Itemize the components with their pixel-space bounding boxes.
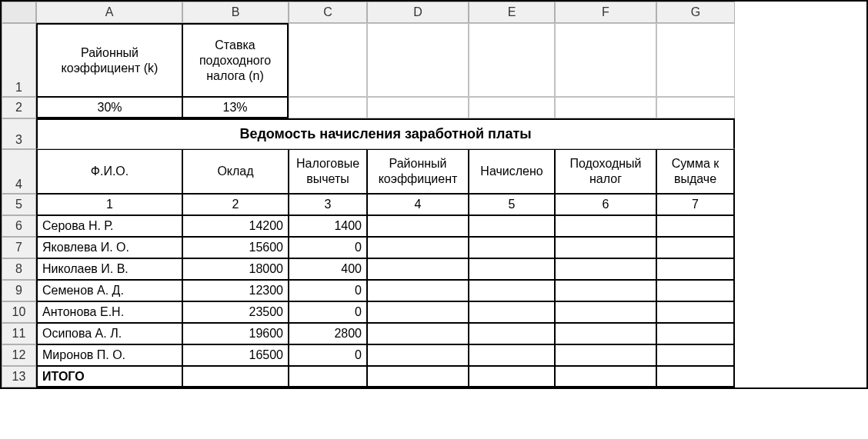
row-header-13[interactable]: 13 [2,366,36,387]
row-header-5[interactable]: 5 [2,194,36,215]
colnum-6[interactable]: 6 [555,194,656,215]
cell-C8[interactable]: 400 [289,258,367,280]
header-vychety[interactable]: Налоговые вычеты [289,149,367,194]
cell-E12[interactable] [469,344,555,366]
cell-A1[interactable]: Районный коэффициент (k) [36,23,182,97]
cell-G10[interactable] [656,301,735,323]
row-header-10[interactable]: 10 [2,301,36,323]
row-header-7[interactable]: 7 [2,237,36,258]
cell-A9[interactable]: Семенов А. Д. [36,280,182,301]
cell-E2[interactable] [469,97,555,118]
cell-D2[interactable] [367,97,469,118]
cell-E10[interactable] [469,301,555,323]
header-nach[interactable]: Начислено [469,149,555,194]
cell-B13[interactable] [182,366,289,387]
cell-C7[interactable]: 0 [289,237,367,258]
header-summa[interactable]: Сумма к выдаче [656,149,735,194]
cell-G11[interactable] [656,323,735,344]
cell-D13[interactable] [367,366,469,387]
cell-D12[interactable] [367,344,469,366]
cell-F1[interactable] [555,23,656,97]
cell-G12[interactable] [656,344,735,366]
col-header-A[interactable]: A [36,2,182,23]
header-oklad[interactable]: Оклад [182,149,289,194]
total-label[interactable]: ИТОГО [36,366,182,387]
colnum-1[interactable]: 1 [36,194,182,215]
cell-A7[interactable]: Яковлева И. О. [36,237,182,258]
cell-G8[interactable] [656,258,735,280]
colnum-5[interactable]: 5 [469,194,555,215]
cell-C13[interactable] [289,366,367,387]
col-header-B[interactable]: B [182,2,289,23]
header-rk[interactable]: Районный коэффициент [367,149,469,194]
col-header-D[interactable]: D [367,2,469,23]
cell-F10[interactable] [555,301,656,323]
cell-C11[interactable]: 2800 [289,323,367,344]
cell-B11[interactable]: 19600 [182,323,289,344]
cell-A12[interactable]: Миронов П. О. [36,344,182,366]
cell-G9[interactable] [656,280,735,301]
col-header-E[interactable]: E [469,2,555,23]
cell-E1[interactable] [469,23,555,97]
cell-A2[interactable]: 30% [36,97,182,118]
cell-D1[interactable] [367,23,469,97]
cell-A6[interactable]: Серова Н. Р. [36,215,182,237]
cell-F6[interactable] [555,215,656,237]
cell-C1[interactable] [289,23,367,97]
cell-F12[interactable] [555,344,656,366]
cell-D8[interactable] [367,258,469,280]
select-all-corner[interactable] [2,2,36,23]
cell-E7[interactable] [469,237,555,258]
cell-C2[interactable] [289,97,367,118]
cell-A10[interactable]: Антонова Е.Н. [36,301,182,323]
row-header-12[interactable]: 12 [2,344,36,366]
cell-B12[interactable]: 16500 [182,344,289,366]
cell-F13[interactable] [555,366,656,387]
cell-C12[interactable]: 0 [289,344,367,366]
cell-D9[interactable] [367,280,469,301]
cell-E11[interactable] [469,323,555,344]
cell-F7[interactable] [555,237,656,258]
cell-A11[interactable]: Осипова А. Л. [36,323,182,344]
cell-D7[interactable] [367,237,469,258]
cell-E8[interactable] [469,258,555,280]
title-row[interactable]: Ведомость начисления заработной платы [36,118,735,149]
cell-D10[interactable] [367,301,469,323]
colnum-2[interactable]: 2 [182,194,289,215]
cell-F8[interactable] [555,258,656,280]
cell-A8[interactable]: Николаев И. В. [36,258,182,280]
cell-G1[interactable] [656,23,735,97]
cell-G6[interactable] [656,215,735,237]
header-fio[interactable]: Ф.И.О. [36,149,182,194]
colnum-4[interactable]: 4 [367,194,469,215]
cell-G7[interactable] [656,237,735,258]
col-header-G[interactable]: G [656,2,735,23]
cell-B10[interactable]: 23500 [182,301,289,323]
cell-C9[interactable]: 0 [289,280,367,301]
cell-B2[interactable]: 13% [182,97,289,118]
row-header-2[interactable]: 2 [2,97,36,118]
cell-C6[interactable]: 1400 [289,215,367,237]
row-header-3[interactable]: 3 [2,118,36,149]
cell-G13[interactable] [656,366,735,387]
cell-D11[interactable] [367,323,469,344]
cell-B7[interactable]: 15600 [182,237,289,258]
cell-E6[interactable] [469,215,555,237]
row-header-8[interactable]: 8 [2,258,36,280]
cell-F11[interactable] [555,323,656,344]
row-header-6[interactable]: 6 [2,215,36,237]
colnum-3[interactable]: 3 [289,194,367,215]
cell-E9[interactable] [469,280,555,301]
cell-B8[interactable]: 18000 [182,258,289,280]
cell-B1[interactable]: Ставка подоходного налога (n) [182,23,289,97]
col-header-C[interactable]: C [289,2,367,23]
cell-F2[interactable] [555,97,656,118]
cell-B9[interactable]: 12300 [182,280,289,301]
col-header-F[interactable]: F [555,2,656,23]
row-header-4[interactable]: 4 [2,149,36,194]
cell-E13[interactable] [469,366,555,387]
cell-F9[interactable] [555,280,656,301]
header-nalog[interactable]: Подоходный налог [555,149,656,194]
colnum-7[interactable]: 7 [656,194,735,215]
row-header-9[interactable]: 9 [2,280,36,301]
